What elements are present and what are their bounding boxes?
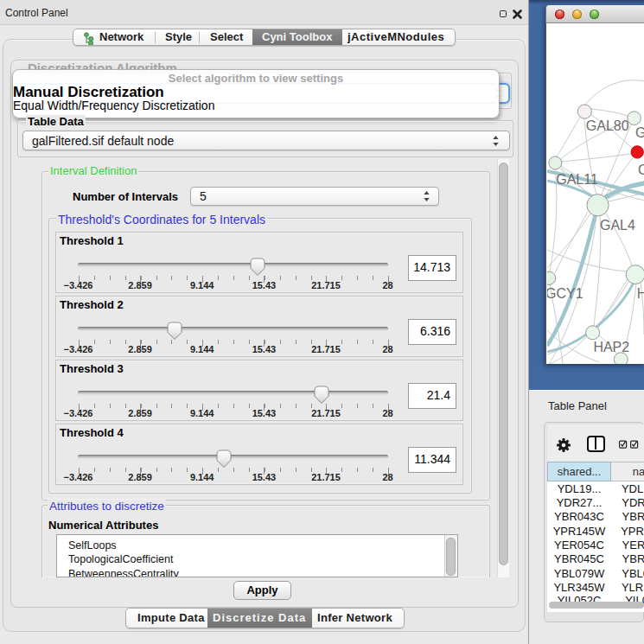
svg-text:GCY1: GCY1 (547, 286, 583, 301)
svg-text:GAL: GAL (635, 125, 644, 140)
svg-text:GAL80: GAL80 (586, 118, 629, 133)
svg-text:GAL11: GAL11 (556, 172, 598, 187)
svg-text:HA: HA (637, 286, 644, 301)
svg-text:GAL4: GAL4 (600, 218, 635, 233)
svg-text:HAP2: HAP2 (593, 340, 629, 354)
svg-text:C: C (638, 163, 644, 177)
